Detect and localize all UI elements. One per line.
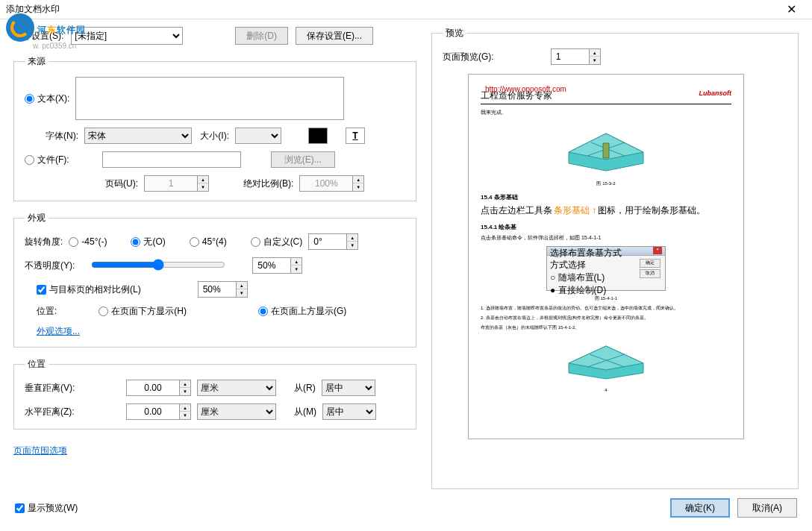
rotate-neg45-radio[interactable]: -45°(-) [69, 236, 107, 247]
horizontal-from-label: 从(M) [294, 406, 316, 418]
appearance-fieldset: 外观 旋转角度: -45°(-) 无(O) 45°(4) 自定义(C) ▲▼ 不… [13, 212, 416, 348]
preview-fieldset: 预览 页面预览(G): ▲▼ http://www.opoosoft.com 工… [431, 27, 799, 489]
absolute-scale-spinner[interactable]: ▲▼ [299, 175, 364, 192]
show-preview-checkbox[interactable]: 显示预览(W) [15, 502, 78, 515]
close-button[interactable]: ✕ [776, 0, 806, 19]
font-select[interactable]: 宋体 [84, 128, 192, 144]
horizontal-unit-select[interactable]: 厘米 [197, 403, 276, 420]
horizontal-distance-spinner[interactable]: ▲▼ [126, 403, 191, 420]
position-fieldset: 位置 垂直距离(V): ▲▼ 厘米 从(R) 居中 水平距离(Z): ▲▼ [13, 358, 416, 430]
file-radio[interactable]: 文件(F): [25, 154, 69, 166]
logo-icon [6, 13, 34, 42]
vertical-distance-spinner[interactable]: ▲▼ [126, 380, 191, 396]
save-settings-button[interactable]: 保存设置(E)... [296, 27, 373, 45]
vertical-unit-select[interactable]: 厘米 [197, 380, 276, 396]
embedded-dialog-preview: 选择布置条基方式× 方式选择 ○ 随墙布置(L) ● 直接绘制(D) 确定 取消 [546, 246, 666, 291]
window-title: 添加文档水印 [6, 3, 776, 16]
vertical-from-select[interactable]: 居中 [322, 380, 375, 396]
opacity-label: 不透明度(Y): [25, 260, 75, 272]
text-radio[interactable]: 文本(X): [25, 92, 69, 105]
vertical-distance-label: 垂直距离(V): [25, 382, 84, 395]
opacity-slider[interactable] [91, 259, 225, 271]
horizontal-distance-label: 水平距离(Z): [25, 406, 84, 418]
document-preview: http://www.opoosoft.com 工程造价服务专家 Lubanso… [468, 74, 744, 439]
size-label: 大小(I): [198, 130, 229, 142]
relative-scale-spinner[interactable]: ▲▼ [198, 281, 248, 298]
saved-settings-select[interactable]: [未指定] [71, 27, 183, 45]
relative-scale-checkbox[interactable]: 与目标页的相对比例(L) [37, 283, 141, 296]
watermark-text-input[interactable] [75, 77, 344, 120]
appearance-options-link[interactable]: 外观选项... [37, 325, 80, 338]
page-preview-label: 页面预览(G): [443, 51, 494, 63]
horizontal-from-select[interactable]: 居中 [322, 403, 376, 420]
rotation-label: 旋转角度: [25, 236, 63, 248]
rotate-none-radio[interactable]: 无(O) [131, 236, 165, 248]
isometric-figure-icon [554, 122, 658, 175]
delete-button[interactable]: 删除(D) [235, 27, 288, 45]
spinner-up-icon[interactable]: ▲ [353, 176, 363, 183]
font-label: 字体(N): [25, 130, 78, 142]
page-number-label: 页码(U): [105, 177, 138, 190]
file-input[interactable] [102, 151, 241, 168]
isometric-figure-icon [554, 337, 658, 382]
rotate-custom-radio[interactable]: 自定义(C) [251, 236, 303, 248]
svg-marker-4 [603, 143, 609, 158]
ok-button[interactable]: 确定(K) [670, 498, 730, 518]
source-fieldset: 来源 文本(X): 字体(N): 宋体 大小(I): T [13, 55, 416, 201]
absolute-scale-label: 绝对比例(B): [243, 177, 293, 190]
opacity-spinner[interactable]: ▲▼ [252, 257, 302, 274]
vertical-from-label: 从(R) [294, 382, 316, 395]
page-preview-spinner[interactable]: ▲▼ [551, 48, 601, 65]
size-select[interactable] [235, 128, 281, 144]
position-label: 位置: [37, 305, 57, 318]
page-range-options-link[interactable]: 页面范围选项 [13, 445, 67, 456]
position-below-radio[interactable]: 在页面下方显示(H) [99, 305, 187, 318]
spinner-down-icon[interactable]: ▼ [353, 183, 363, 191]
page-number-spinner[interactable]: ▲▼ [144, 175, 209, 192]
browse-button[interactable]: 浏览(E)... [271, 151, 335, 168]
spinner-up-icon[interactable]: ▲ [198, 176, 208, 183]
spinner-down-icon[interactable]: ▼ [198, 183, 208, 191]
text-format-button[interactable]: T [346, 128, 365, 144]
rotate-custom-spinner[interactable]: ▲▼ [308, 233, 358, 250]
site-watermark-logo: 河东软件园 [6, 13, 86, 42]
position-above-radio[interactable]: 在页面上方显示(G) [258, 305, 346, 318]
cancel-button[interactable]: 取消(A) [737, 498, 797, 518]
color-picker[interactable] [308, 128, 328, 144]
rotate-45-radio[interactable]: 45°(4) [190, 236, 227, 247]
